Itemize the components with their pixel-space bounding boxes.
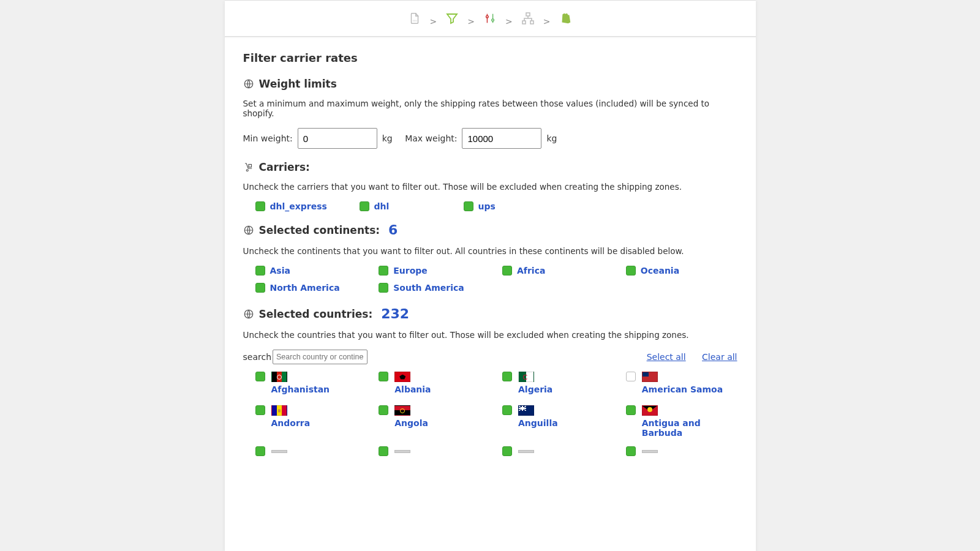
- flag-icon: [271, 405, 287, 416]
- checkbox[interactable]: [626, 405, 636, 415]
- flag-icon: [518, 372, 534, 382]
- carrier-label[interactable]: ups: [478, 201, 496, 211]
- countries-heading-text: Selected countries:: [259, 308, 373, 320]
- carrier-item: dhl: [360, 201, 451, 211]
- country-item: Angola: [379, 405, 490, 438]
- country-checkbox[interactable]: [255, 446, 265, 456]
- step-filter-icon[interactable]: [444, 10, 460, 26]
- countries-next-row: [243, 446, 737, 456]
- country-label[interactable]: Anguilla: [518, 418, 558, 428]
- select-all-link[interactable]: Select all: [647, 352, 686, 362]
- globe-icon: [243, 78, 254, 89]
- checkbox[interactable]: [626, 372, 636, 381]
- continents-desc: Uncheck the continents that you want to …: [243, 246, 737, 256]
- checkbox[interactable]: [502, 372, 512, 381]
- checkbox[interactable]: [379, 405, 388, 415]
- country-item: Anguilla: [502, 405, 614, 438]
- country-item: Albania: [379, 372, 490, 394]
- country-item: Antigua and Barbuda: [626, 405, 737, 438]
- weight-row: Min weight: kg Max weight: kg: [243, 128, 737, 149]
- search-input[interactable]: [273, 350, 368, 364]
- continent-label[interactable]: Asia: [270, 266, 290, 276]
- country-label[interactable]: Andorra: [271, 418, 311, 428]
- checkbox[interactable]: [379, 283, 388, 293]
- flag-icon: [394, 450, 410, 453]
- continent-label[interactable]: North America: [270, 283, 340, 293]
- weight-heading: Weight limits: [243, 78, 737, 90]
- checkbox[interactable]: [255, 283, 265, 293]
- page-title: Filter carrier rates: [243, 51, 737, 64]
- continent-item: Oceania: [626, 266, 737, 276]
- country-checkbox[interactable]: [379, 446, 388, 456]
- checkbox[interactable]: [255, 266, 265, 276]
- continents-heading-text: Selected continents:: [259, 224, 380, 236]
- step-adjust-icon[interactable]: [482, 10, 498, 26]
- continent-item: South America: [379, 283, 490, 293]
- checkbox[interactable]: [255, 372, 265, 381]
- step-sep: >: [540, 17, 554, 26]
- min-weight-unit: kg: [382, 133, 393, 143]
- country-label[interactable]: Antigua and Barbuda: [642, 418, 737, 438]
- continent-label[interactable]: South America: [393, 283, 464, 293]
- country-item: American Samoa: [626, 372, 737, 394]
- carriers-heading: Carriers:: [243, 161, 737, 173]
- country-label[interactable]: Afghanistan: [271, 384, 330, 394]
- globe-icon: [243, 225, 254, 236]
- countries-desc: Uncheck the countries that you want to f…: [243, 330, 737, 340]
- countries-count: 232: [381, 306, 409, 321]
- max-weight-input[interactable]: [462, 128, 541, 149]
- checkbox[interactable]: [464, 201, 473, 211]
- country-item: Afghanistan: [255, 372, 367, 394]
- continent-label[interactable]: Oceania: [641, 266, 679, 276]
- min-weight-input[interactable]: [298, 128, 377, 149]
- step-tree-icon[interactable]: [520, 10, 536, 26]
- checkbox[interactable]: [502, 405, 512, 415]
- flag-icon: [518, 405, 534, 416]
- clear-all-link[interactable]: Clear all: [702, 352, 737, 362]
- country-checkbox[interactable]: [626, 446, 636, 456]
- country-label[interactable]: Algeria: [518, 384, 552, 394]
- flag-icon: [271, 450, 287, 453]
- carrier-label[interactable]: dhl_express: [270, 201, 327, 211]
- svg-rect-7: [530, 21, 533, 24]
- checkbox[interactable]: [379, 372, 388, 381]
- continent-label[interactable]: Europe: [393, 266, 428, 276]
- max-weight-label: Max weight:: [405, 133, 457, 143]
- checkbox[interactable]: [502, 266, 512, 276]
- country-checkbox[interactable]: [502, 446, 512, 456]
- weight-heading-text: Weight limits: [259, 78, 337, 90]
- country-label[interactable]: Angola: [394, 418, 428, 428]
- step-csv-icon[interactable]: csv: [407, 10, 423, 26]
- flag-icon: [642, 450, 658, 453]
- continents-heading: Selected continents: 6: [243, 222, 737, 238]
- countries-list: Afghanistan Albania Algeria American Sam…: [243, 372, 737, 438]
- svg-point-9: [246, 170, 248, 171]
- dolly-icon: [243, 162, 254, 173]
- countries-heading: Selected countries: 232: [243, 306, 737, 321]
- step-shopify-icon[interactable]: [557, 10, 573, 26]
- country-label[interactable]: Albania: [394, 384, 431, 394]
- svg-rect-5: [526, 13, 530, 16]
- continents-count: 6: [388, 222, 398, 238]
- carriers-desc: Uncheck the carriers that you want to fi…: [243, 182, 737, 192]
- min-weight-label: Min weight:: [243, 133, 293, 143]
- weight-desc: Set a minimum and maximum weight, only t…: [243, 99, 737, 118]
- carrier-item: ups: [464, 201, 556, 211]
- checkbox[interactable]: [360, 201, 369, 211]
- checkbox[interactable]: [255, 201, 265, 211]
- checkbox[interactable]: [379, 266, 388, 276]
- step-sep: >: [426, 17, 441, 26]
- flag-icon: [642, 405, 658, 416]
- continent-label[interactable]: Africa: [517, 266, 545, 276]
- flag-icon: [394, 372, 410, 382]
- checkbox[interactable]: [626, 266, 636, 276]
- continents-list: Asia Europe Africa Oceania North America…: [243, 266, 737, 293]
- svg-rect-10: [249, 165, 252, 168]
- continent-item: Africa: [502, 266, 614, 276]
- checkbox[interactable]: [255, 405, 265, 415]
- wizard-steps: csv > > > >: [225, 0, 756, 37]
- flag-icon: [271, 372, 287, 382]
- country-label[interactable]: American Samoa: [642, 384, 723, 394]
- carrier-label[interactable]: dhl: [374, 201, 390, 211]
- content: Filter carrier rates Weight limits Set a…: [225, 37, 756, 481]
